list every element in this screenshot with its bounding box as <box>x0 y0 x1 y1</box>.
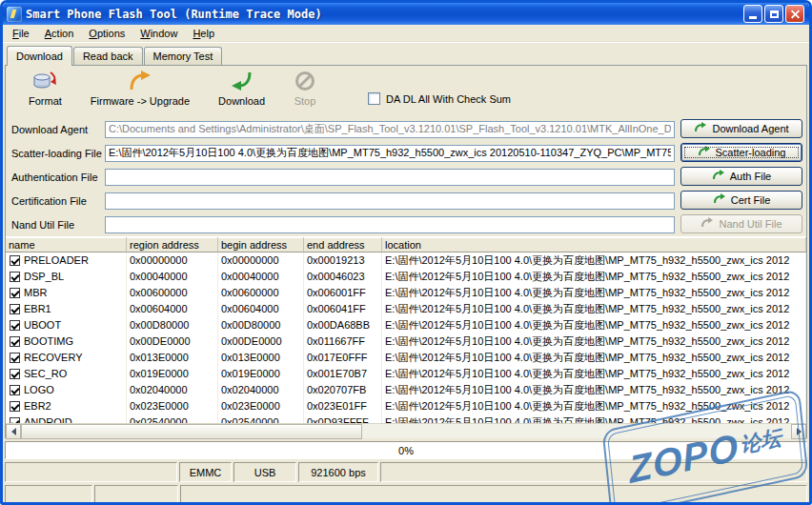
green-curved-arrow-icon <box>230 70 254 94</box>
column-header-location[interactable]: location <box>382 237 806 252</box>
arrow-right-icon <box>797 428 805 435</box>
cell-name: EBR2 <box>24 398 51 414</box>
authentication-file-input[interactable] <box>105 169 675 186</box>
window-title: Smart Phone Flash Tool (Runtime Trace Mo… <box>26 8 740 21</box>
green-hook-arrow-icon <box>698 146 711 159</box>
row-checkbox-checked[interactable] <box>10 336 20 347</box>
firmware-upgrade-button[interactable]: Firmware -> Upgrade <box>91 70 190 115</box>
status-segment-empty <box>180 485 807 505</box>
cell-end-address: 0x00019213 <box>304 252 382 269</box>
scatter-loading-side-button[interactable]: Scatter-loading <box>680 143 802 162</box>
cell-begin-address: 0x00604000 <box>218 301 304 317</box>
partition-table: PRELOADER 0x00000000 0x00000000 0x000192… <box>6 252 806 423</box>
cell-name: ANDROID <box>24 414 72 423</box>
scroll-left-button[interactable] <box>6 424 21 439</box>
minimize-button[interactable] <box>743 5 762 23</box>
scrollbar-thumb[interactable] <box>21 424 362 439</box>
close-button[interactable] <box>785 5 804 23</box>
table-row[interactable]: EBR2 0x023E0000 0x023E0000 0x023E01FF E:… <box>6 398 806 414</box>
certification-file-input[interactable] <box>105 192 675 210</box>
status-connection-type: USB <box>233 462 296 482</box>
cell-begin-address: 0x00DE0000 <box>218 333 304 350</box>
close-icon <box>790 9 801 19</box>
column-header-begin-address[interactable]: begin address <box>218 237 304 252</box>
cell-begin-address: 0x00600000 <box>218 285 304 301</box>
menu-item-window[interactable]: Window <box>132 27 185 40</box>
row-checkbox-checked[interactable] <box>10 320 20 331</box>
da-checksum-checkbox[interactable] <box>368 92 380 105</box>
status-segment-empty <box>94 485 178 505</box>
row-checkbox-checked[interactable] <box>10 353 20 363</box>
status-baud-rate: 921600 bps <box>298 462 378 482</box>
green-hook-arrow-icon <box>694 122 707 135</box>
stop-button[interactable]: Stop <box>294 70 316 115</box>
cell-location: E:\固件\2012年5月10日100 4.0\更换为百度地图\MP_MT75_… <box>382 382 806 398</box>
row-checkbox-checked[interactable] <box>10 385 20 395</box>
table-row[interactable]: UBOOT 0x00D80000 0x00D80000 0x00DA68BB E… <box>6 317 806 333</box>
progress-bar: 0% <box>5 441 807 459</box>
table-row[interactable]: DSP_BL 0x00040000 0x00040000 0x00046023 … <box>6 269 806 285</box>
cell-name: BOOTIMG <box>24 333 73 350</box>
scroll-right-button[interactable] <box>791 424 806 439</box>
row-checkbox-checked[interactable] <box>10 369 20 379</box>
column-header-region-address[interactable]: region address <box>127 237 218 252</box>
download-agent-input[interactable] <box>105 121 675 138</box>
row-checkbox-checked[interactable] <box>10 401 20 412</box>
titlebar: Smart Phone Flash Tool (Runtime Trace Mo… <box>3 3 809 25</box>
cell-name: EBR1 <box>24 301 51 317</box>
cert-file-side-button[interactable]: Cert File <box>680 191 802 210</box>
column-header-end-address[interactable]: end address <box>304 237 382 252</box>
tab-read-back[interactable]: Read back <box>73 47 143 65</box>
table-row[interactable]: LOGO 0x02040000 0x02040000 0x020707FB E:… <box>6 382 806 398</box>
format-button[interactable]: Format <box>29 70 62 115</box>
table-row[interactable]: PRELOADER 0x00000000 0x00000000 0x000192… <box>6 252 806 269</box>
table-row[interactable]: ANDROID 0x02540000 0x02540000 0x0D93FFFF… <box>6 414 806 423</box>
app-icon <box>7 7 22 22</box>
nand-util-file-label: Nand Util File <box>11 219 105 231</box>
cell-location: E:\固件\2012年5月10日100 4.0\更换为百度地图\MP_MT75_… <box>382 414 806 423</box>
auth-file-side-button[interactable]: Auth File <box>680 167 802 186</box>
cell-region-address: 0x00604000 <box>127 301 218 317</box>
table-header: name region address begin address end ad… <box>6 236 806 252</box>
menu-item-options[interactable]: Options <box>81 27 132 40</box>
certification-file-label: Certification File <box>11 195 105 207</box>
format-disk-red-arrow-icon <box>32 70 57 94</box>
download-button[interactable]: Download <box>218 70 265 115</box>
cell-end-address: 0x011667FF <box>304 333 382 350</box>
green-hook-arrow-icon <box>713 193 726 207</box>
cell-region-address: 0x02040000 <box>127 382 218 398</box>
row-checkbox-checked[interactable] <box>10 304 20 314</box>
menu-item-file[interactable]: File <box>5 27 37 40</box>
menu-item-action[interactable]: Action <box>37 27 82 40</box>
download-agent-side-button[interactable]: Download Agent <box>680 119 802 138</box>
cell-name: PRELOADER <box>24 252 89 269</box>
cell-name: DSP_BL <box>24 269 64 285</box>
table-row[interactable]: MBR 0x00600000 0x00600000 0x006001FF E:\… <box>6 285 806 301</box>
column-header-name[interactable]: name <box>6 237 127 252</box>
tab-memory-test[interactable]: Memory Test <box>144 47 223 65</box>
cell-region-address: 0x00600000 <box>127 285 218 301</box>
table-row[interactable]: SEC_RO 0x019E0000 0x019E0000 0x001E70B7 … <box>6 366 806 382</box>
table-row[interactable]: RECOVERY 0x013E0000 0x013E0000 0x017E0FF… <box>6 350 806 366</box>
row-checkbox-checked[interactable] <box>10 255 20 266</box>
cell-location: E:\固件\2012年5月10日100 4.0\更换为百度地图\MP_MT75_… <box>382 269 806 285</box>
cell-begin-address: 0x019E0000 <box>218 366 304 382</box>
cell-region-address: 0x013E0000 <box>127 350 218 366</box>
menu-bar: File Action Options Window Help <box>3 25 809 42</box>
maximize-button[interactable] <box>764 5 783 23</box>
row-checkbox-checked[interactable] <box>10 288 20 298</box>
menu-item-help[interactable]: Help <box>185 27 222 40</box>
cell-begin-address: 0x02540000 <box>218 414 304 423</box>
cell-end-address: 0x006041FF <box>304 301 382 317</box>
nand-util-file-input[interactable] <box>105 216 675 233</box>
tab-download[interactable]: Download <box>7 46 72 66</box>
table-row[interactable]: EBR1 0x00604000 0x00604000 0x006041FF E:… <box>6 301 806 317</box>
cell-name: MBR <box>24 285 47 301</box>
nand-util-side-button[interactable]: Nand Util File <box>680 214 802 233</box>
row-checkbox-checked[interactable] <box>10 272 20 282</box>
scatter-loading-input[interactable] <box>105 145 675 162</box>
scrollbar-track[interactable] <box>21 424 791 438</box>
table-row[interactable]: BOOTIMG 0x00DE0000 0x00DE0000 0x011667FF… <box>6 333 806 350</box>
row-checkbox-checked[interactable] <box>10 417 20 423</box>
app-window: Smart Phone Flash Tool (Runtime Trace Mo… <box>0 0 812 505</box>
